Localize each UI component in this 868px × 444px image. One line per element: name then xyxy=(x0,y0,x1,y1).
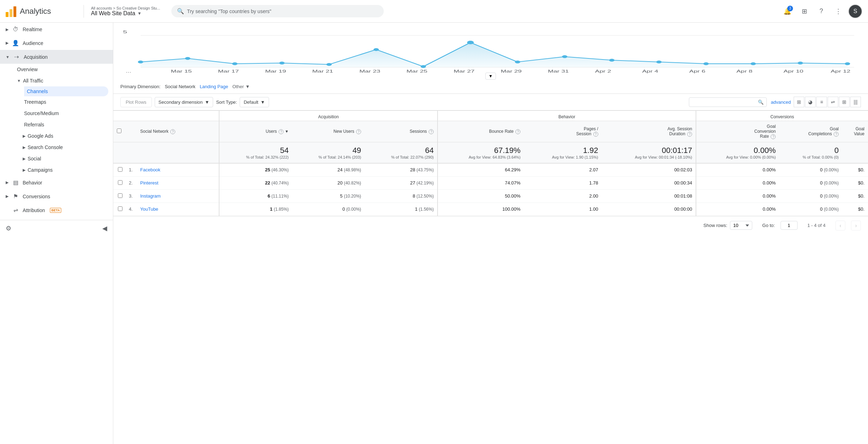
rows-per-page-select[interactable]: 10 25 50 100 500 5000 xyxy=(730,221,752,230)
network-link-3[interactable]: YouTube xyxy=(140,206,158,212)
global-search[interactable]: 🔍 Try searching "Top countries by users" xyxy=(171,5,384,17)
social-network-help[interactable]: ? xyxy=(170,129,175,134)
grid-view-button[interactable]: ⊞ xyxy=(794,97,804,107)
th-bounce-rate[interactable]: Bounce Rate ? xyxy=(438,121,524,142)
table-search-container[interactable]: 🔍 xyxy=(689,97,767,107)
th-sessions[interactable]: Sessions ? xyxy=(365,121,438,142)
svg-text:Mar 25: Mar 25 xyxy=(406,69,427,73)
next-page-button[interactable]: › xyxy=(851,221,861,230)
table-search-icon[interactable]: 🔍 xyxy=(758,99,764,105)
list-view-button[interactable]: ≡ xyxy=(816,97,827,107)
behavior-nav-label: Behavior xyxy=(23,180,42,186)
conversions-icon: ⚑ xyxy=(12,193,19,200)
campaigns-label: Campaigns xyxy=(28,167,53,173)
collapse-sidebar-button[interactable]: ◀ xyxy=(102,224,107,232)
plot-rows-button[interactable]: Plot Rows xyxy=(120,97,152,107)
referrals-label: Referrals xyxy=(24,122,44,127)
row-network-0[interactable]: Facebook xyxy=(137,163,219,177)
sidebar-item-treemaps[interactable]: Treemaps xyxy=(24,96,113,108)
apps-button[interactable]: ⊞ xyxy=(797,4,811,18)
row-checkbox-cell-1[interactable] xyxy=(113,176,126,189)
lifetime-view-button[interactable]: ||| xyxy=(850,97,861,107)
sidebar-item-source-medium[interactable]: Source/Medium xyxy=(24,108,113,119)
group-empty xyxy=(113,110,219,121)
sidebar-item-campaigns[interactable]: ▶ Campaigns xyxy=(17,164,113,176)
help-button[interactable]: ? xyxy=(814,4,828,18)
svg-text:Mar 27: Mar 27 xyxy=(453,69,474,73)
more-options-button[interactable]: ⋮ xyxy=(831,4,845,18)
bounce-rate-help[interactable]: ? xyxy=(515,129,520,134)
th-avg-session-duration[interactable]: Avg. SessionDuration ? xyxy=(602,121,696,142)
notifications-button[interactable]: 🔔 3 xyxy=(780,4,794,18)
sessions-help[interactable]: ? xyxy=(429,129,434,134)
row-network-3[interactable]: YouTube xyxy=(137,203,219,216)
row-checkbox-0[interactable] xyxy=(118,167,122,172)
sidebar-item-realtime[interactable]: ▶ ⏱ Realtime xyxy=(0,23,113,36)
sidebar-item-attribution[interactable]: ▶ ⇌ Attribution BETA xyxy=(0,203,113,217)
row-checkbox-cell-2[interactable] xyxy=(113,189,126,203)
goto-label: Go to: xyxy=(762,223,775,228)
chart-toggle-button[interactable]: ▼ xyxy=(485,73,496,80)
network-link-2[interactable]: Instagram xyxy=(140,193,161,199)
sort-type-select[interactable]: Default ▼ xyxy=(240,97,269,107)
row-goal-value-0: $0. xyxy=(842,163,868,177)
th-pages-session[interactable]: Pages /Session ? xyxy=(524,121,601,142)
th-goal-completions[interactable]: GoalCompletions ? xyxy=(779,121,842,142)
network-link-1[interactable]: Pinterest xyxy=(140,180,158,186)
pages-session-help[interactable]: ? xyxy=(593,132,598,137)
svg-point-14 xyxy=(609,59,615,62)
goal-completions-help[interactable]: ? xyxy=(834,132,839,137)
row-checkbox-1[interactable] xyxy=(118,180,122,185)
svg-point-17 xyxy=(750,62,756,65)
sidebar-item-acquisition[interactable]: ▼ ⇢ Acquisition xyxy=(0,50,113,64)
sidebar-item-google-ads[interactable]: ▶ Google Ads xyxy=(17,130,113,142)
account-name[interactable]: All Web Site Data ▼ xyxy=(91,10,160,17)
row-network-2[interactable]: Instagram xyxy=(137,189,219,203)
account-selector[interactable]: All accounts > So Creative Design Stu...… xyxy=(91,6,160,17)
chart-container: 5 xyxy=(113,23,868,80)
row-bounce-rate-3: 100.00% xyxy=(438,203,524,216)
th-goal-conversion-rate[interactable]: GoalConversionRate ? xyxy=(696,121,779,142)
sidebar-item-all-traffic[interactable]: ▼ All Traffic xyxy=(17,75,113,86)
other-dim-dropdown[interactable]: Other ▼ xyxy=(232,84,250,89)
th-social-network[interactable]: Social Network ? xyxy=(137,121,219,142)
comparison-view-button[interactable]: ⇌ xyxy=(828,97,838,107)
select-all-checkbox[interactable] xyxy=(117,129,121,133)
prev-page-button[interactable]: ‹ xyxy=(835,221,845,230)
row-network-1[interactable]: Pinterest xyxy=(137,176,219,189)
users-help[interactable]: ? xyxy=(279,129,284,134)
th-users[interactable]: Users ? ▼ xyxy=(219,121,292,142)
total-sessions: 64 % of Total: 22.07% (290) xyxy=(365,142,438,163)
settings-icon[interactable]: ⚙ xyxy=(6,224,11,232)
sidebar-item-behavior[interactable]: ▶ ▤ Behavior xyxy=(0,176,113,189)
sidebar-item-search-console[interactable]: ▶ Search Console xyxy=(17,142,113,153)
pie-view-button[interactable]: ◕ xyxy=(805,97,816,107)
sidebar-item-social[interactable]: ▶ Social xyxy=(17,153,113,164)
sidebar-item-overview[interactable]: Overview xyxy=(17,64,113,75)
th-goal-value[interactable]: GoalValue xyxy=(842,121,868,142)
total-new-users: 49 % of Total: 24.14% (203) xyxy=(292,142,365,163)
table-search-input[interactable] xyxy=(692,99,756,105)
row-checkbox-cell-0[interactable] xyxy=(113,163,126,177)
new-users-help[interactable]: ? xyxy=(356,129,361,134)
row-rank-3: 4. xyxy=(126,203,137,216)
sidebar-item-conversions[interactable]: ▶ ⚑ Conversions xyxy=(0,189,113,203)
advanced-link[interactable]: advanced xyxy=(771,99,791,105)
pivot-view-button[interactable]: ⊞ xyxy=(839,97,850,107)
sidebar-item-audience[interactable]: ▶ 👤 Audience xyxy=(0,36,113,50)
sidebar-item-referrals[interactable]: Referrals xyxy=(24,119,113,130)
sidebar-item-channels[interactable]: Channels xyxy=(24,86,108,96)
users-sort-arrow[interactable]: ▼ xyxy=(285,129,289,133)
secondary-dimension-select[interactable]: Secondary dimension ▼ xyxy=(155,97,213,107)
row-checkbox-3[interactable] xyxy=(118,206,122,211)
row-checkbox-cell-3[interactable] xyxy=(113,203,126,216)
th-new-users[interactable]: New Users ? xyxy=(292,121,365,142)
row-checkbox-2[interactable] xyxy=(118,193,122,198)
avatar-button[interactable]: S xyxy=(848,4,862,18)
goal-conv-rate-help[interactable]: ? xyxy=(771,134,776,139)
network-link-0[interactable]: Facebook xyxy=(140,167,160,172)
avg-session-help[interactable]: ? xyxy=(687,132,692,137)
dim-link-landing-page[interactable]: Landing Page xyxy=(200,84,228,89)
show-rows-selector[interactable]: Show rows: 10 25 50 100 500 5000 xyxy=(703,221,752,230)
goto-page-input[interactable] xyxy=(781,221,798,230)
